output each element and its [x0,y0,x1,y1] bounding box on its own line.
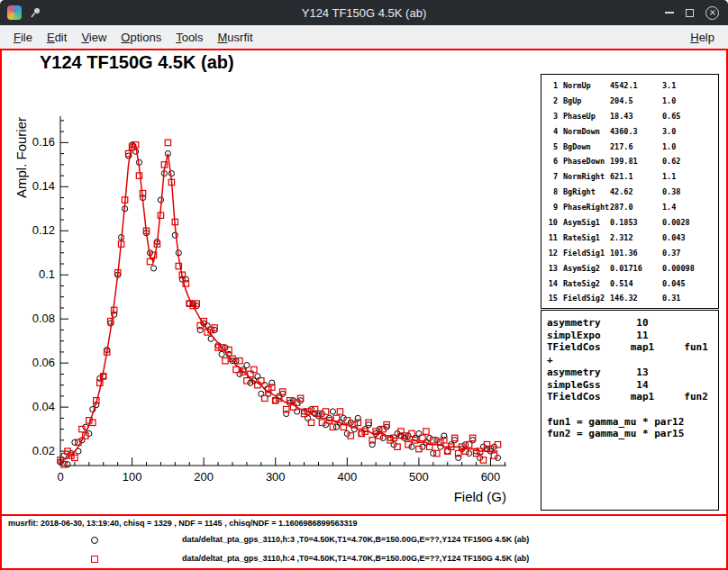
theory-pave: asymmetry 10simplExpo 11TFieldCos map1 f… [541,310,719,511]
param-row: 2BgUp204.51.0 [547,94,718,109]
menu-item-tools[interactable]: Tools [169,28,209,47]
theory-line: simplExpo 11 [547,330,718,342]
svg-text:400: 400 [337,470,357,484]
svg-text:0.16: 0.16 [32,135,55,149]
legend-entry: data/deltat_pta_gps_3110,h:4 ,T0=4.50K,T… [2,553,726,565]
fit-line [60,142,498,462]
menu-item-musrfit[interactable]: Musrfit [212,28,259,47]
legend-label: data/deltat_pta_gps_3110,h:4 ,T0=4.50K,T… [182,554,529,563]
theory-line: fun2 = gamma_mu * par15 [547,428,718,440]
theory-line [547,403,718,416]
param-row: 1NormUp4542.13.1 [547,78,718,94]
param-row: 14RateSig20.5140.045 [547,276,718,292]
fourier-spectrum-chart[interactable]: Field (G) Ampl. Fourier 0100200300400500… [9,105,527,515]
menu-items-left: FileEditViewOptionsToolsMusrfit [7,28,259,47]
svg-text:0.02: 0.02 [32,444,55,457]
minimize-icon[interactable] [665,12,674,14]
plot-title: Y124 TF150G 4.5K (ab) [40,52,234,73]
close-icon[interactable] [705,6,719,20]
legend-marker-circle [91,537,98,544]
menu-item-file[interactable]: File [7,28,39,47]
param-row: 7NormRight621.11.1 [547,169,718,185]
param-row: 6PhaseDown199.810.62 [547,154,718,169]
menu-items-right: Help [684,28,721,47]
param-row: 10AsymSig10.18530.0028 [547,215,718,231]
menu-item-help[interactable]: Help [684,28,721,47]
svg-text:100: 100 [123,470,142,484]
param-row: 15FieldSig2146.320.31 [547,291,718,306]
fit-status-line: musrfit: 2018-06-30, 13:19:40, chisq = 1… [8,519,357,528]
series-circles [58,142,501,467]
svg-text:200: 200 [194,470,214,484]
param-row: 3PhaseUp18.430.65 [547,109,718,124]
legend-entry: data/deltat_pta_gps_3110,h:3 ,T0=4.50K,T… [2,534,726,547]
svg-text:0.04: 0.04 [32,400,55,413]
menu-item-options[interactable]: Options [114,28,168,47]
menu-item-edit[interactable]: Edit [41,28,73,47]
param-row: 11RateSig12.3120.043 [547,231,718,246]
svg-text:500: 500 [409,470,429,484]
theory-line: TFieldCos map1 fun1 [547,341,718,354]
param-row: 13AsymSig20.017160.00098 [547,261,718,276]
svg-text:0.14: 0.14 [32,179,55,193]
x-axis-title: Field (G) [454,489,506,504]
window-controls [665,0,719,25]
window-title: Y124 TF150G 4.5K (ab) [302,6,427,20]
param-row: 5BgDown217.61.0 [547,140,718,155]
theory-block: asymmetry 10simplExpo 11TFieldCos map1 f… [547,317,718,440]
series-squares [58,140,501,467]
titlebar[interactable]: Y124 TF150G 4.5K (ab) [0,0,728,25]
divider-line [2,514,726,516]
maximize-icon[interactable] [686,9,694,17]
theory-line: + [547,354,718,366]
theory-line: asymmetry 10 [547,317,718,330]
theory-line: asymmetry 13 [547,366,718,379]
param-row: 12FieldSig1101.360.37 [547,246,718,261]
titlebar-left-icons [7,0,41,25]
svg-text:0.08: 0.08 [32,312,55,325]
theory-line: TFieldCos map1 fun2 [547,391,718,403]
pin-icon[interactable] [29,6,41,19]
parameter-pave: 1NormUp4542.13.12BgUp204.51.03PhaseUp18.… [541,74,719,309]
parameter-table: 1NormUp4542.13.12BgUp204.51.03PhaseUp18.… [547,78,718,306]
legend-label: data/deltat_pta_gps_3110,h:3 ,T0=4.50K,T… [182,535,529,544]
theory-line: simpleGss 14 [547,379,718,392]
param-row: 9PhaseRight287.01.4 [547,200,718,215]
application-window: { "window": { "title": "Y124 TF150G 4.5K… [0,0,728,570]
app-icon[interactable] [7,5,22,20]
param-row: 4NormDown4360.33.0 [547,124,718,140]
svg-text:0: 0 [57,470,63,484]
svg-text:0.06: 0.06 [32,356,55,369]
legend-marker-square [91,556,98,563]
svg-text:300: 300 [266,470,286,484]
y-axis-title: Ampl. Fourier [14,117,29,198]
svg-text:0.1: 0.1 [39,267,55,281]
svg-text:0.12: 0.12 [32,223,55,237]
param-row: 8BgRight42.620.38 [547,185,718,200]
svg-text:600: 600 [481,470,501,484]
theory-line: fun1 = gamma_mu * par12 [547,416,718,429]
menu-item-view[interactable]: View [75,28,113,47]
menubar: FileEditViewOptionsToolsMusrfit Help [0,25,728,49]
root-canvas[interactable]: Y124 TF150G 4.5K (ab) Field (G) Ampl. Fo… [0,49,728,570]
